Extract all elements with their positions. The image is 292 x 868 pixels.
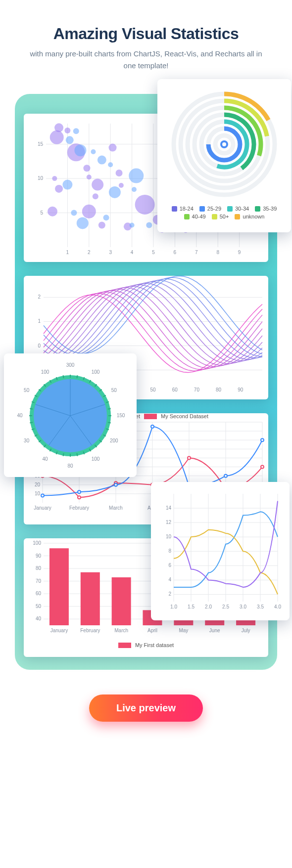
svg-text:8: 8: [216, 250, 219, 255]
legend-swatch: [144, 414, 157, 419]
polar-chart-card: 300100501502001008040304050100: [4, 353, 137, 477]
svg-point-117: [224, 475, 227, 477]
triline-chart-card: 24681012141.01.52.02.53.03.54.0: [151, 482, 290, 620]
svg-line-173: [63, 453, 64, 456]
svg-point-26: [64, 128, 70, 133]
svg-text:80: 80: [67, 463, 73, 469]
svg-text:90: 90: [36, 553, 42, 559]
svg-text:3: 3: [109, 250, 112, 255]
svg-text:4.0: 4.0: [274, 604, 281, 609]
legend-item: 35-39: [255, 206, 277, 212]
legend-item: 40-49: [184, 214, 206, 219]
svg-text:50: 50: [24, 388, 30, 393]
svg-text:10: 10: [35, 491, 41, 496]
svg-text:5: 5: [152, 250, 155, 255]
svg-text:70: 70: [36, 578, 42, 584]
svg-line-164: [108, 422, 111, 423]
svg-text:4: 4: [168, 577, 171, 582]
svg-point-57: [132, 187, 137, 192]
svg-point-148: [222, 142, 226, 146]
svg-text:60: 60: [36, 591, 42, 596]
svg-point-47: [74, 144, 86, 156]
svg-text:4: 4: [131, 250, 134, 255]
legend-swatch: [118, 643, 131, 648]
svg-text:15: 15: [38, 141, 44, 147]
svg-text:14: 14: [166, 505, 172, 511]
svg-text:1: 1: [38, 318, 41, 324]
svg-text:100: 100: [33, 540, 41, 546]
legend-item: 25-29: [199, 206, 221, 212]
live-preview-button[interactable]: Live preview: [89, 694, 203, 722]
svg-rect-134: [49, 548, 69, 625]
svg-point-29: [48, 207, 57, 217]
svg-text:February: February: [69, 505, 89, 511]
triline-chart: 24681012141.01.52.02.53.03.54.0: [158, 489, 283, 613]
svg-text:70: 70: [194, 387, 200, 392]
svg-rect-136: [81, 572, 100, 625]
svg-rect-138: [112, 577, 131, 625]
svg-point-56: [129, 169, 144, 183]
legend-item: 30-34: [227, 206, 249, 212]
svg-point-46: [73, 128, 79, 134]
svg-point-32: [87, 174, 92, 179]
svg-text:5: 5: [40, 210, 43, 216]
svg-point-45: [66, 136, 74, 144]
svg-text:12: 12: [166, 520, 172, 525]
svg-point-49: [71, 210, 77, 216]
svg-point-48: [62, 180, 72, 190]
radial-legend: 18-2425-2930-3435-3940-4950+unknown: [164, 206, 284, 219]
svg-point-41: [135, 195, 155, 215]
legend-label: My First dataset: [135, 642, 174, 648]
svg-line-182: [30, 409, 33, 409]
svg-point-58: [130, 223, 135, 228]
svg-text:May: May: [179, 628, 188, 633]
svg-text:6: 6: [174, 250, 177, 255]
svg-text:100: 100: [92, 369, 100, 375]
svg-text:200: 200: [110, 438, 118, 443]
svg-text:0: 0: [38, 343, 41, 348]
svg-point-52: [91, 149, 96, 154]
svg-point-111: [261, 466, 264, 469]
svg-point-112: [41, 494, 44, 497]
radial-chart: [164, 86, 284, 200]
svg-point-36: [98, 222, 105, 229]
svg-text:30: 30: [24, 438, 30, 443]
legend-item: unknown: [235, 214, 264, 219]
page: Amazing Visual Statistics with many pre-…: [0, 0, 292, 751]
polar-chart: 300100501502001008040304050100: [7, 356, 134, 474]
svg-point-34: [93, 193, 98, 199]
charts-board: 51015123456789 -10125060708090 My First …: [15, 94, 277, 670]
svg-text:10: 10: [166, 534, 172, 539]
svg-text:40: 40: [36, 616, 42, 621]
svg-text:10: 10: [38, 175, 44, 181]
radial-chart-card: 18-2425-2930-3435-3940-4950+unknown: [157, 79, 291, 232]
svg-text:300: 300: [66, 362, 75, 368]
svg-text:60: 60: [172, 387, 178, 392]
svg-point-114: [114, 483, 117, 486]
svg-text:90: 90: [238, 387, 243, 392]
svg-point-37: [109, 144, 117, 152]
svg-text:January: January: [34, 505, 51, 511]
svg-point-50: [77, 217, 89, 229]
svg-point-53: [108, 162, 113, 167]
svg-line-171: [77, 453, 77, 456]
svg-text:2.0: 2.0: [205, 604, 212, 609]
svg-point-54: [109, 186, 121, 198]
svg-point-38: [116, 170, 123, 176]
svg-text:2: 2: [168, 591, 171, 597]
svg-point-113: [78, 490, 81, 493]
svg-text:March: March: [109, 505, 123, 511]
svg-point-59: [146, 222, 152, 228]
svg-line-189: [63, 375, 64, 378]
svg-point-39: [119, 183, 124, 188]
svg-text:July: July: [242, 628, 250, 633]
svg-text:January: January: [50, 628, 68, 633]
svg-text:8: 8: [168, 548, 171, 554]
svg-text:100: 100: [92, 456, 100, 462]
svg-point-35: [82, 205, 96, 218]
svg-point-31: [83, 165, 90, 172]
svg-text:50: 50: [36, 604, 42, 609]
svg-text:80: 80: [216, 387, 222, 392]
page-title: Amazing Visual Statistics: [0, 25, 292, 43]
svg-line-198: [108, 409, 111, 409]
